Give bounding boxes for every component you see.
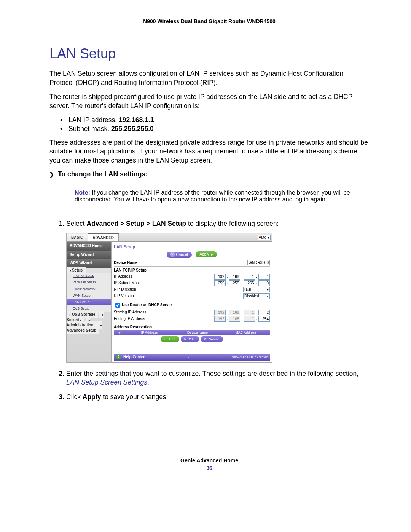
sidebar-item-wan-setup[interactable]: WAN Setup [67,292,111,299]
start-ip-input[interactable]: 192. 168. 1. 2 [214,310,270,315]
subnet-value: 255.255.255.0 [111,125,154,133]
note-text: If you change the LAN IP address of the … [75,189,350,203]
apply-button[interactable]: Apply▸ [196,251,217,257]
end-ip-input[interactable]: 192. 168. 1. 254 [214,316,270,322]
note-box: Note: If you change the LAN IP address o… [72,185,354,207]
lan-ip-bullet: LAN IP address. 192.168.1.1 [60,116,369,124]
step-3: Click Apply to save your changes. [66,393,369,402]
cancel-button[interactable]: ✕Cancel [167,252,192,258]
device-name-label: Device Name [114,260,167,265]
edit-button[interactable]: ✎Edit [181,336,199,342]
close-icon: ✕ [170,252,175,257]
help-toggle-link[interactable]: Show/Hide Help Center [232,355,268,359]
router-screenshot: BASIC ADVANCED Auto ▾ ADVANCED Home Setu… [66,233,272,363]
dhcp-checkbox-label: Use Router as DHCP Server [122,302,172,308]
rip-version-label: RIP Version [114,293,167,299]
end-ip-label: Ending IP Address [114,316,167,321]
rip-direction-select[interactable]: Both ▾ [243,287,270,292]
procedure-heading: To change the LAN settings: [49,170,369,178]
language-select[interactable]: Auto ▾ [258,235,271,240]
subnet-label: IP Subnet Mask [114,280,167,286]
page-footer: Genie Advanced Home 36 [49,455,369,471]
rip-direction-label: RIP Direction [114,287,167,292]
sidebar-item-lan-setup[interactable]: LAN Setup [67,299,111,305]
chevron-down-icon: ▾ [267,294,269,299]
sidebar-item-advanced-home[interactable]: ADVANCED Home [67,242,111,251]
subnet-bullet: Subnet mask. 255.255.255.0 [60,125,369,133]
start-ip-label: Starting IP Address [114,310,167,315]
arrow-right-icon: ▸ [211,252,213,257]
intro-paragraph-3: These addresses are part of the designat… [49,138,369,165]
sidebar-item-setup-wizard[interactable]: Setup Wizard [67,251,111,259]
dhcp-checkbox[interactable] [115,303,120,308]
panel-title: LAN Setup [114,244,270,250]
ip-address-input[interactable]: 192. 168. 1. 1 [214,274,270,280]
main-panel: LAN Setup ✕Cancel Apply▸ Device Name WND… [112,242,272,362]
close-icon: ✕ [203,337,207,342]
default-config-list: LAN IP address. 192.168.1.1 Subnet mask.… [60,116,369,133]
step-2-post: . [147,379,149,386]
sidebar-item-internet-setup[interactable]: Internet Setup [67,273,111,279]
sidebar-item-guest-network[interactable]: Guest Network [67,286,111,292]
step-3-post: to save your changes. [101,393,168,401]
doc-header: N900 Wireless Dual Band Gigabit Router W… [49,18,369,24]
address-reservation-heading: Address Reservation [114,324,167,330]
add-button[interactable]: +Add [161,336,179,342]
pencil-icon: ✎ [183,337,187,342]
step-2: Enter the settings that you want to cust… [66,369,369,387]
plus-icon: + [163,337,167,342]
step-1-post: to display the following screen: [186,220,279,227]
ip-address-label: IP Address [114,274,167,279]
sidebar-item-wireless-setup[interactable]: Wireless Setup [67,279,111,286]
subnet-label: Subnet mask. [68,125,111,133]
step-3-pre: Click [66,393,83,401]
step-2-pre: Enter the settings that you want to cust… [66,370,358,377]
device-name-input[interactable]: WNDR3800 [247,260,270,265]
rip-version-select[interactable]: Disabled ▾ [243,293,270,299]
footer-text: Genie Advanced Home [49,457,369,463]
tab-advanced[interactable]: ADVANCED [88,233,119,242]
chevron-down-icon: ▾ [268,235,269,240]
sidebar-section-setup[interactable]: Setup [67,267,86,274]
help-center-label: Help Center [123,355,145,360]
section-title: LAN Setup [49,46,369,62]
intro-paragraph-2: The router is shipped preconfigured to u… [49,93,369,110]
sidebar: ADVANCED Home Setup Wizard WPS Wizard Se… [67,242,112,362]
step-2-link: LAN Setup Screen Settings [66,379,147,386]
lan-ip-value: 192.168.1.1 [119,116,154,124]
subnet-input[interactable]: 255. 255. 255. 0 [214,280,270,286]
intro-paragraph-1: The LAN Setup screen allows configuratio… [49,69,369,87]
help-bar: ? Help Center ▴ Show/Hide Help Center [114,354,270,361]
chevron-down-icon: ▾ [267,287,269,292]
step-1: Select Advanced > Setup > LAN Setup to d… [66,219,369,362]
tab-basic[interactable]: BASIC [67,234,88,241]
step-1-path: Advanced > Setup > LAN Setup [87,220,186,227]
page-number: 36 [49,465,369,471]
note-label: Note: [75,189,90,196]
help-icon[interactable]: ? [116,355,121,359]
lan-tcpip-heading: LAN TCP/IP Setup [114,268,167,273]
chevron-up-icon[interactable]: ▴ [145,355,232,360]
step-1-pre: Select [66,220,87,227]
delete-button[interactable]: ✕Delete [201,336,223,342]
reservation-table-header: # IP Address Device Name MAC Address [114,330,270,335]
lan-ip-label: LAN IP address. [68,116,119,124]
step-3-bold: Apply [83,393,101,401]
